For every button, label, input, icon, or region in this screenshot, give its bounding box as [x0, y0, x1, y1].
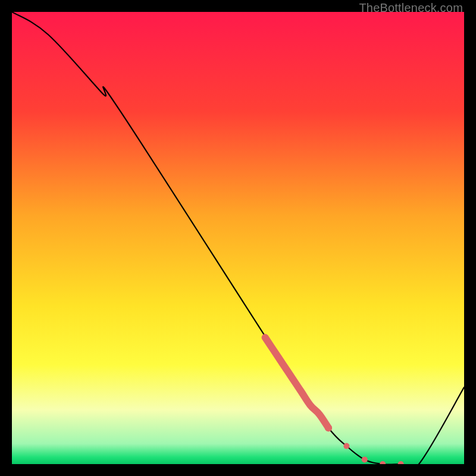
watermark-text: TheBottleneck.com — [359, 1, 463, 15]
chart-dot — [325, 424, 332, 431]
bottleneck-chart — [12, 12, 464, 464]
chart-dot — [343, 443, 349, 449]
chart-dot — [362, 456, 368, 462]
chart-background — [12, 12, 464, 464]
